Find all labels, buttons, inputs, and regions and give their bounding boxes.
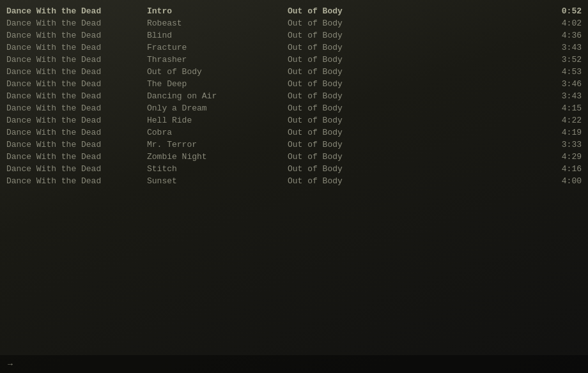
track-row[interactable]: Dance With the DeadDancing on AirOut of … (0, 90, 588, 102)
track-duration: 4:02 (543, 19, 582, 28)
track-duration: 3:52 (543, 55, 582, 65)
track-album: Out of Body (288, 91, 543, 101)
track-duration: 4:22 (543, 116, 582, 125)
track-artist: Dance With the Dead (6, 116, 147, 125)
header-duration: 0:52 (543, 6, 582, 16)
track-row[interactable]: Dance With the DeadRobeastOut of Body4:0… (0, 17, 588, 29)
track-title: Robeast (147, 19, 288, 28)
track-row[interactable]: Dance With the DeadThe DeepOut of Body3:… (0, 78, 588, 90)
track-album: Out of Body (288, 43, 543, 52)
track-duration: 3:43 (543, 43, 582, 52)
track-title: Sunset (147, 176, 288, 186)
track-album: Out of Body (288, 31, 543, 40)
track-row[interactable]: Dance With the DeadThrasherOut of Body3:… (0, 54, 588, 66)
track-row[interactable]: Dance With the DeadBlindOut of Body4:36 (0, 29, 588, 42)
track-duration: 4:53 (543, 67, 582, 77)
bottom-bar: → (0, 355, 588, 373)
track-row[interactable]: Dance With the DeadCobraOut of Body4:19 (0, 126, 588, 139)
track-row[interactable]: Dance With the DeadStitchOut of Body4:16 (0, 163, 588, 175)
header-artist: Dance With the Dead (6, 6, 147, 16)
track-duration: 4:00 (543, 176, 582, 186)
track-title: Thrasher (147, 55, 288, 65)
track-duration: 3:46 (543, 79, 582, 89)
track-album: Out of Body (288, 152, 543, 162)
track-artist: Dance With the Dead (6, 91, 147, 101)
track-artist: Dance With the Dead (6, 31, 147, 40)
track-artist: Dance With the Dead (6, 55, 147, 65)
track-album: Out of Body (288, 140, 543, 149)
track-duration: 4:36 (543, 31, 582, 40)
track-artist: Dance With the Dead (6, 43, 147, 52)
track-duration: 4:15 (543, 103, 582, 113)
track-row[interactable]: Dance With the DeadMr. TerrorOut of Body… (0, 139, 588, 151)
track-title: Cobra (147, 128, 288, 137)
track-album: Out of Body (288, 55, 543, 65)
track-duration: 3:43 (543, 91, 582, 101)
track-duration: 3:33 (543, 140, 582, 149)
track-duration: 4:29 (543, 152, 582, 162)
track-row[interactable]: Dance With the DeadFractureOut of Body3:… (0, 42, 588, 54)
track-duration: 4:19 (543, 128, 582, 137)
track-artist: Dance With the Dead (6, 79, 147, 89)
track-album: Out of Body (288, 176, 543, 186)
track-album: Out of Body (288, 79, 543, 89)
track-album: Out of Body (288, 103, 543, 113)
track-album: Out of Body (288, 164, 543, 174)
track-title: Dancing on Air (147, 91, 288, 101)
track-artist: Dance With the Dead (6, 152, 147, 162)
track-album: Out of Body (288, 116, 543, 125)
track-title: Stitch (147, 164, 288, 174)
track-album: Out of Body (288, 128, 543, 137)
track-list-header: Dance With the Dead Intro Out of Body 0:… (0, 5, 588, 17)
track-artist: Dance With the Dead (6, 103, 147, 113)
header-album: Out of Body (288, 6, 543, 16)
track-duration: 4:16 (543, 164, 582, 174)
track-title: Zombie Night (147, 152, 288, 162)
track-row[interactable]: Dance With the DeadOut of BodyOut of Bod… (0, 66, 588, 78)
track-artist: Dance With the Dead (6, 164, 147, 174)
track-title: Fracture (147, 43, 288, 52)
track-row[interactable]: Dance With the DeadZombie NightOut of Bo… (0, 151, 588, 163)
track-row[interactable]: Dance With the DeadSunsetOut of Body4:00 (0, 175, 588, 187)
track-row[interactable]: Dance With the DeadHell RideOut of Body4… (0, 114, 588, 126)
track-artist: Dance With the Dead (6, 67, 147, 77)
track-album: Out of Body (288, 19, 543, 28)
track-artist: Dance With the Dead (6, 128, 147, 137)
track-title: Out of Body (147, 67, 288, 77)
header-title: Intro (147, 6, 288, 16)
track-title: Blind (147, 31, 288, 40)
track-album: Out of Body (288, 67, 543, 77)
track-list: Dance With the Dead Intro Out of Body 0:… (0, 0, 588, 192)
track-row[interactable]: Dance With the DeadOnly a DreamOut of Bo… (0, 102, 588, 114)
track-artist: Dance With the Dead (6, 140, 147, 149)
track-title: Hell Ride (147, 116, 288, 125)
track-title: Only a Dream (147, 103, 288, 113)
arrow-icon: → (8, 360, 13, 369)
track-title: The Deep (147, 79, 288, 89)
track-title: Mr. Terror (147, 140, 288, 149)
track-artist: Dance With the Dead (6, 176, 147, 186)
track-artist: Dance With the Dead (6, 19, 147, 28)
